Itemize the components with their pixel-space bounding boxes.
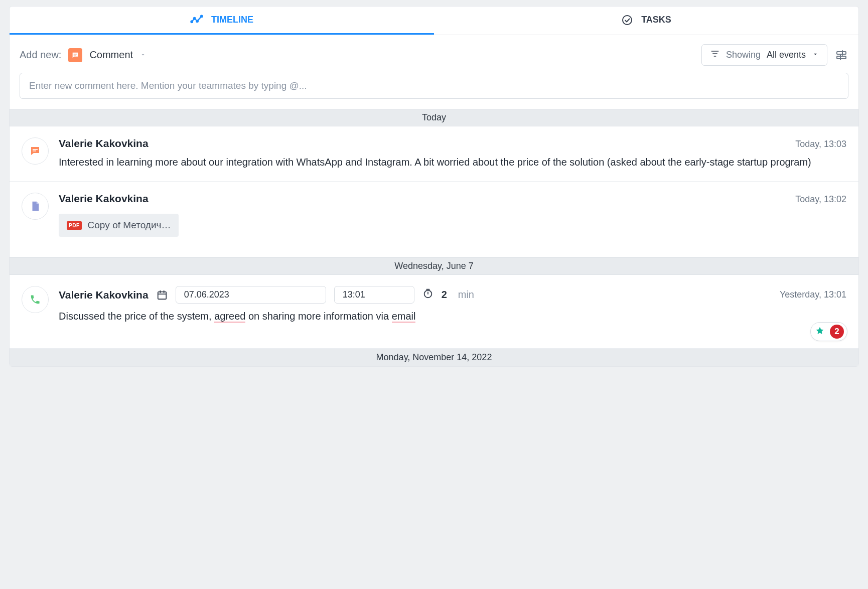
entry-text: Discussed the price of the system, agree… (59, 309, 846, 324)
tab-tasks[interactable]: TASKS (434, 7, 858, 35)
comment-icon (68, 48, 82, 62)
svg-rect-6 (74, 55, 76, 55)
date-divider-mon: Monday, November 14, 2022 (10, 349, 858, 366)
timeline-settings-button[interactable] (834, 48, 848, 62)
pdf-icon: PDF (67, 221, 82, 230)
tab-tasks-label: TASKS (641, 15, 671, 25)
timeline-entry: Valerie Kakovkina Today, 13:03 Intereste… (10, 126, 858, 182)
attachment-name: Copy of Методич… (88, 220, 171, 231)
svg-point-4 (623, 16, 632, 25)
call-time-input[interactable] (334, 286, 414, 304)
entry-type-label: Comment (89, 49, 133, 61)
call-duration-unit: min (458, 289, 474, 301)
comment-entry-icon (22, 137, 49, 165)
entry-author: Valerie Kakovkina (59, 289, 149, 301)
date-divider-today: Today (10, 109, 858, 126)
entry-type-selector[interactable]: Comment (68, 48, 146, 62)
underlined-word: agreed (214, 311, 245, 323)
add-new-row: Add new: Comment (10, 35, 858, 73)
timeline-entry: Valerie Kakovkina (10, 275, 858, 349)
chevron-down-icon (140, 50, 146, 60)
svg-rect-14 (33, 149, 38, 150)
svg-point-1 (194, 18, 195, 19)
date-divider-wed: Wednesday, June 7 (10, 257, 858, 275)
timeline-entry: Valerie Kakovkina Today, 13:02 PDF Copy … (10, 182, 858, 257)
tab-timeline-label: TIMELINE (211, 15, 253, 25)
entry-author: Valerie Kakovkina (59, 193, 149, 205)
svg-point-2 (196, 20, 198, 22)
comment-input-wrap (10, 73, 858, 109)
entry-author: Valerie Kakovkina (59, 137, 149, 150)
events-filter[interactable]: Showing All events (701, 44, 827, 66)
entry-text: Interested in learning more about our in… (59, 155, 846, 170)
timeline-icon (190, 14, 203, 27)
svg-rect-16 (158, 291, 166, 299)
tasks-icon (621, 14, 633, 26)
comment-input[interactable] (20, 73, 848, 99)
filter-prefix: Showing (726, 50, 761, 60)
attachment-chip[interactable]: PDF Copy of Методич… (59, 214, 179, 237)
svg-point-3 (201, 15, 202, 17)
lightbulb-icon (814, 326, 826, 338)
timeline-panel: TIMELINE TASKS Add new: Comment (9, 6, 859, 367)
filter-value: All events (767, 50, 806, 60)
underlined-word: email (392, 311, 416, 323)
tab-timeline[interactable]: TIMELINE (10, 7, 434, 35)
add-new-label: Add new: (20, 49, 61, 61)
svg-point-0 (191, 21, 193, 22)
calendar-icon[interactable] (157, 289, 168, 301)
call-date-input[interactable] (176, 286, 326, 304)
svg-rect-10 (837, 52, 846, 54)
suggestions-count: 2 (830, 325, 844, 339)
tabs-bar: TIMELINE TASKS (10, 7, 858, 35)
svg-rect-11 (837, 56, 846, 59)
entry-timestamp: Today, 13:02 (795, 194, 846, 205)
filter-icon (710, 49, 720, 61)
stopwatch-icon (422, 288, 433, 302)
call-duration-value: 2 (442, 289, 447, 301)
entry-timestamp: Yesterday, 13:01 (780, 289, 846, 300)
svg-rect-5 (74, 54, 77, 54)
file-entry-icon (22, 193, 49, 220)
chevron-down-icon (812, 50, 819, 60)
call-entry-icon (22, 286, 49, 313)
suggestions-badge[interactable]: 2 (810, 322, 847, 341)
svg-rect-15 (33, 151, 36, 152)
entry-timestamp: Today, 13:03 (795, 139, 846, 150)
